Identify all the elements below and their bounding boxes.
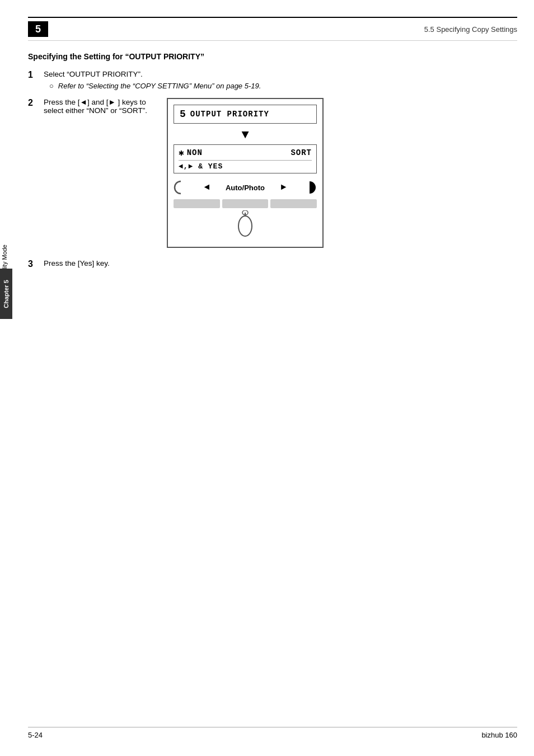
display-screen-top: 5 OUTPUT PRIORITY — [174, 105, 317, 124]
step-2-content: Press the [◄] and [► ] keys to select ei… — [44, 98, 517, 248]
nav-bar-seg-3 — [270, 199, 317, 208]
display-screen-bottom: ✱ NON SORT ◄,► & YES — [174, 144, 317, 173]
device-display: 5 OUTPUT PRIORITY ▼ ✱ NON SORT — [167, 98, 324, 248]
display-screen-label: OUTPUT PRIORITY — [190, 110, 269, 119]
nav-left-arrow-label: ◄ — [204, 182, 210, 192]
step-3-content: Press the [Yes] key. — [44, 259, 517, 271]
nav-bar-row — [174, 199, 317, 208]
display-row1-left: ✱ NON — [179, 147, 203, 158]
display-row2: ◄,► & YES — [179, 162, 312, 171]
nav-right-arrow-label: ► — [281, 182, 287, 192]
step2-layout: Press the [◄] and [► ] keys to select ei… — [44, 98, 517, 248]
footer-page: 5-24 — [28, 731, 43, 739]
step-1-text: Select “OUTPUT PRIORITY”. — [44, 70, 517, 78]
hand-icon — [231, 210, 259, 241]
footer: 5-24 bizhub 160 — [28, 727, 517, 739]
main-content: 5 5.5 Specifying Copy Settings Specifyin… — [28, 0, 517, 271]
step-1-sub: ○ Refer to “Selecting the “COPY SETTING”… — [49, 82, 517, 90]
step-1-content: Select “OUTPUT PRIORITY”. ○ Refer to “Se… — [44, 70, 517, 90]
display-screen-number: 5 — [180, 109, 186, 120]
nav-left-half-circle — [174, 180, 188, 195]
step-1: 1 Select “OUTPUT PRIORITY”. ○ Refer to “… — [28, 70, 517, 90]
thumb-area — [174, 210, 317, 241]
display-non-label: NON — [187, 148, 203, 157]
chapter-number: 5 — [28, 21, 48, 37]
nav-bar-seg-1 — [174, 199, 220, 208]
step-2-text: Press the [◄] and [► ] keys to select ei… — [44, 98, 156, 115]
step-2: 2 Press the [◄] and [► ] keys to select … — [28, 98, 517, 248]
nav-bar-seg-2 — [222, 199, 269, 208]
section-heading: Specifying the Setting for “OUTPUT PRIOR… — [28, 52, 517, 61]
display-down-arrow: ▼ — [174, 128, 317, 142]
display-star: ✱ — [179, 147, 185, 158]
step-3-number: 3 — [28, 259, 44, 271]
step-1-bullet: ○ — [49, 82, 54, 90]
display-nav: ◄ Auto/Photo ► — [174, 179, 317, 196]
step-2-text-col: Press the [◄] and [► ] keys to select ei… — [44, 98, 156, 118]
step-3: 3 Press the [Yes] key. — [28, 259, 517, 271]
step-3-text: Press the [Yes] key. — [44, 259, 517, 267]
section-title: 5.5 Specifying Copy Settings — [424, 25, 517, 34]
header-bar: 5 5.5 Specifying Copy Settings — [28, 17, 517, 41]
step-2-number: 2 — [28, 98, 44, 248]
step-1-number: 1 — [28, 70, 44, 90]
display-row1: ✱ NON SORT — [179, 147, 312, 161]
sidebar-chapter-tab: Chapter 5 — [0, 269, 12, 319]
footer-product: bizhub 160 — [481, 731, 517, 739]
step-1-ref: Refer to “Selecting the “COPY SETTING” M… — [58, 82, 261, 90]
sidebar: Using the Utility Mode Chapter 5 — [0, 0, 21, 756]
svg-point-0 — [238, 216, 252, 236]
nav-right-d-shape — [302, 180, 317, 195]
sidebar-chapter-label: Chapter 5 — [3, 280, 10, 308]
display-sort-label: SORT — [291, 148, 312, 157]
nav-label: Auto/Photo — [226, 184, 265, 192]
